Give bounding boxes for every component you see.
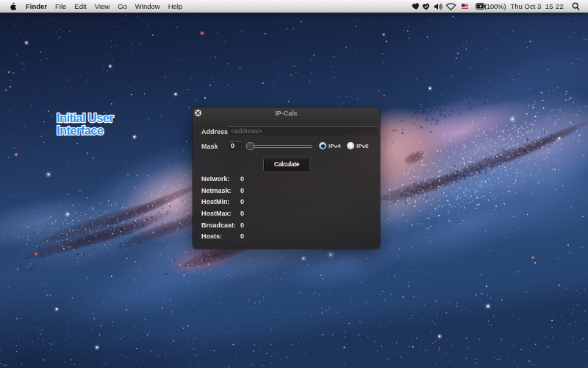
- svg-text:Initial User: Initial User: [57, 111, 114, 124]
- svg-text:Interface: Interface: [57, 124, 104, 137]
